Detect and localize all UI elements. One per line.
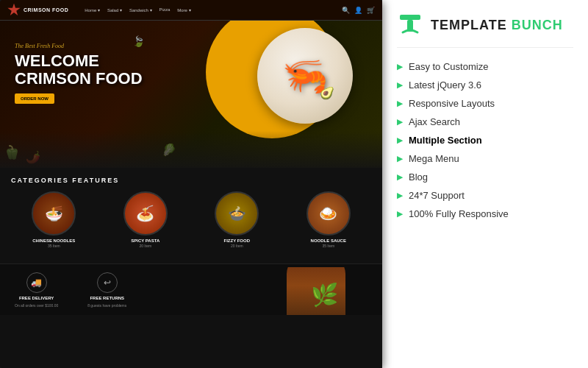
feature-item-3: ▶ Responsive Layouts (397, 98, 573, 109)
feature-item-1: ▶ Easy to Customize (397, 61, 573, 72)
nav-link-home[interactable]: Home ▾ (85, 7, 100, 13)
nav-link-salad[interactable]: Salad ▾ (107, 7, 122, 13)
brand-logo-icon (397, 12, 423, 38)
feature-item-9: ▶ 100% Fully Responsive (397, 208, 573, 219)
category-food-icon-3: 🍲 (216, 193, 257, 234)
arrow-icon-3: ▶ (397, 99, 403, 107)
user-icon[interactable]: 👤 (354, 7, 362, 14)
arrow-icon-5: ▶ (397, 136, 403, 144)
feature-item-8: ▶ 24*7 Support (397, 190, 573, 201)
website-preview: CRIMSON FOOD Home ▾ Salad ▾ Sandwich ▾ P… (0, 0, 382, 368)
category-count-4: 35 Item (322, 244, 334, 248)
arrow-icon-1: ▶ (397, 63, 403, 71)
category-item-4: 🍛 NOODLE SAUCE 35 Item (286, 191, 372, 248)
feature-text-6: Mega Menu (409, 153, 459, 164)
hero-title-line1: WELCOME (15, 52, 143, 70)
feature-text-7: Blog (409, 171, 428, 183)
arrow-icon-8: ▶ (397, 191, 403, 199)
category-food-icon-2: 🍝 (125, 193, 166, 234)
feature-item-5: ▶ Multiple Section (397, 135, 573, 146)
feature-item-4: ▶ Ajax Search (397, 116, 573, 127)
delivery-truck-icon: 🚚 (26, 272, 47, 293)
site-logo: CRIMSON FOOD (7, 4, 68, 17)
delivery-desc-2: 8 guests have problems (87, 303, 126, 308)
cart-icon[interactable]: 🛒 (367, 7, 375, 14)
categories-grid: 🍜 CHINESE NOODLES 35 Item 🍝 SPICY PASTA … (11, 191, 371, 248)
category-food-icon-1: 🍜 (33, 193, 74, 234)
feature-text-8: 24*7 Support (409, 190, 465, 201)
category-plate-4: 🍛 (306, 191, 351, 236)
category-plate-3: 🍲 (215, 191, 259, 236)
category-item-2: 🍝 SPICY PASTA 20 Item (103, 191, 189, 248)
hand-decoration: 🌿 (279, 267, 353, 315)
nav-icons-group: 🔍 👤 🛒 (342, 7, 375, 14)
hero-subtitle: The Best Fresh Food (15, 43, 143, 49)
herb-icon: 🌿 (311, 282, 338, 308)
arrow-icon-9: ▶ (397, 210, 403, 218)
feature-item-6: ▶ Mega Menu (397, 153, 573, 164)
categories-title: CATEGORIES FEATURES (11, 177, 371, 184)
brand-name-part2: BUNCH (507, 18, 563, 32)
nav-link-pizza[interactable]: Pizza (159, 7, 171, 13)
brand-name-part1: TEMPLATE (431, 18, 507, 32)
arrow-icon-6: ▶ (397, 155, 403, 163)
feature-item-2: ▶ Latest jQuery 3.6 (397, 79, 573, 91)
returns-icon: ↩ (97, 272, 118, 293)
category-name-3: FIZZY FOOD (223, 238, 250, 243)
bottom-strip: 🚚 FREE DELIVERY On all orders over $100.… (0, 263, 382, 315)
feature-text-5: Multiple Section (409, 135, 482, 146)
delivery-item-1: 🚚 FREE DELIVERY On all orders over $100.… (15, 272, 58, 308)
nav-links-container: Home ▾ Salad ▾ Sandwich ▾ Pizza More ▾ (85, 7, 190, 13)
feature-text-4: Ajax Search (409, 116, 460, 127)
site-logo-text: CRIMSON FOOD (24, 7, 68, 13)
category-name-2: SPICY PASTA (131, 238, 159, 243)
hero-title-line2: CRIMSON FOOD (15, 70, 143, 88)
arrow-icon-7: ▶ (397, 173, 403, 181)
hero-section: 🫑 🌶️ 🍃 🥬 The Best Fresh Food WELCOME CRI… (0, 21, 382, 168)
feature-text-3: Responsive Layouts (409, 98, 495, 109)
arrow-icon-4: ▶ (397, 118, 403, 126)
category-name-4: NOODLE SAUCE (311, 238, 346, 243)
brand-name-text: TEMPLATE BUNCH (431, 18, 563, 33)
delivery-title-2: FREE RETURNS (90, 296, 124, 300)
hero-food-plate: 🦐 🥑 (257, 28, 360, 131)
svg-rect-0 (400, 15, 420, 20)
feature-text-2: Latest jQuery 3.6 (409, 79, 481, 91)
category-plate-2: 🍝 (123, 191, 168, 236)
delivery-desc-1: On all orders over $100.00 (15, 303, 58, 308)
hero-gradient-overlay (0, 131, 382, 168)
category-name-1: CHINESE NOODLES (32, 238, 75, 243)
nav-link-more[interactable]: More ▾ (177, 7, 190, 13)
category-plate-1: 🍜 (32, 191, 76, 236)
category-count-2: 20 Item (139, 244, 151, 248)
arrow-icon-2: ▶ (397, 81, 403, 89)
category-count-1: 35 Item (48, 244, 60, 248)
category-count-3: 20 Item (231, 244, 243, 248)
garnish-icon: 🥑 (320, 86, 334, 100)
site-navigation: CRIMSON FOOD Home ▾ Salad ▾ Sandwich ▾ P… (0, 0, 382, 21)
site-logo-icon (7, 4, 21, 17)
nav-link-sandwich[interactable]: Sandwich ▾ (129, 7, 152, 13)
categories-section: CATEGORIES FEATURES 🍜 CHINESE NOODLES 35… (0, 168, 382, 263)
hero-title: WELCOME CRIMSON FOOD (15, 52, 143, 88)
plate-circle: 🦐 🥑 (257, 28, 353, 124)
order-now-button[interactable]: ORDER NOW (15, 93, 54, 104)
brand-header: TEMPLATE BUNCH (397, 12, 573, 48)
feature-text-9: 100% Fully Responsive (409, 208, 509, 219)
hero-content: The Best Fresh Food WELCOME CRIMSON FOOD… (15, 43, 143, 104)
category-item-1: 🍜 CHINESE NOODLES 35 Item (11, 191, 97, 248)
search-icon[interactable]: 🔍 (342, 7, 350, 14)
category-item-3: 🍲 FIZZY FOOD 20 Item (194, 191, 280, 248)
delivery-item-2: ↩ FREE RETURNS 8 guests have problems (87, 272, 126, 308)
delivery-title-1: FREE DELIVERY (19, 296, 54, 300)
feature-list: ▶ Easy to Customize ▶ Latest jQuery 3.6 … (397, 61, 573, 219)
category-food-icon-4: 🍛 (308, 193, 349, 234)
right-panel: TEMPLATE BUNCH ▶ Easy to Customize ▶ Lat… (382, 0, 588, 368)
feature-item-7: ▶ Blog (397, 171, 573, 183)
feature-text-1: Easy to Customize (409, 61, 488, 72)
